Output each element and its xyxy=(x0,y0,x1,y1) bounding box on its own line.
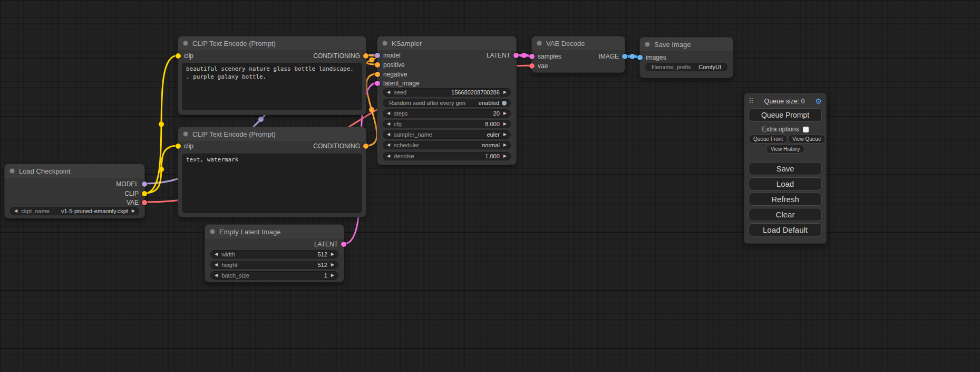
node-clip-text-encode-positive[interactable]: CLIP Text Encode (Prompt) clip CONDITION… xyxy=(178,36,366,115)
node-clip-text-encode-negative[interactable]: CLIP Text Encode (Prompt) clip CONDITION… xyxy=(178,127,366,217)
increment-arrow-icon[interactable]: ▶ xyxy=(503,111,507,116)
decrement-arrow-icon[interactable]: ◀ xyxy=(215,263,218,267)
node-title-bar[interactable]: KSampler xyxy=(377,36,516,50)
input-slot-negative[interactable]: negative xyxy=(375,70,407,79)
increment-arrow-icon[interactable]: ▶ xyxy=(503,90,507,94)
node-title-bar[interactable]: VAE Decode xyxy=(532,36,625,50)
output-slot-image[interactable]: IMAGE xyxy=(598,52,627,61)
decrement-arrow-icon[interactable]: ◀ xyxy=(14,209,17,213)
node-title-bar[interactable]: CLIP Text Encode (Prompt) xyxy=(178,36,366,50)
output-dot-latent[interactable] xyxy=(341,242,346,247)
increment-arrow-icon[interactable]: ▶ xyxy=(331,263,334,267)
widget-random-seed-toggle[interactable]: Random seed after every gen enabled xyxy=(383,99,511,107)
input-dot-model[interactable] xyxy=(375,53,380,58)
input-slot-samples[interactable]: samples xyxy=(529,52,561,61)
prompt-textarea[interactable]: beautiful scenery nature glass bottle la… xyxy=(182,63,362,110)
widget-scheduler[interactable]: ◀ scheduler normal ▶ xyxy=(383,141,511,149)
input-dot-images[interactable] xyxy=(637,55,643,60)
decrement-arrow-icon[interactable]: ◀ xyxy=(387,132,390,137)
input-slot-clip[interactable]: clip xyxy=(176,52,193,60)
widget-width[interactable]: ◀ width 512 ▶ xyxy=(210,250,338,259)
node-title-bar[interactable]: Save Image xyxy=(640,37,733,51)
widget-sampler-name[interactable]: ◀ sampler_name euler ▶ xyxy=(383,130,511,139)
node-load-checkpoint[interactable]: Load Checkpoint MODEL CLIP VAE ◀ ckpt_na… xyxy=(4,164,145,218)
node-empty-latent-image[interactable]: Empty Latent Image LATENT ◀ width 512 ▶ … xyxy=(205,224,344,282)
view-history-button[interactable]: View History xyxy=(766,145,804,154)
output-slot-vae[interactable]: VAE xyxy=(127,198,147,207)
node-title-bar[interactable]: CLIP Text Encode (Prompt) xyxy=(178,127,366,141)
increment-arrow-icon[interactable]: ▶ xyxy=(331,273,334,278)
clear-button[interactable]: Clear xyxy=(749,208,822,221)
node-vae-decode[interactable]: VAE Decode samples vae IMAGE xyxy=(531,36,625,73)
output-dot-vae[interactable] xyxy=(142,200,147,205)
decrement-arrow-icon[interactable]: ◀ xyxy=(387,90,390,94)
collapse-dot-icon[interactable] xyxy=(210,229,215,234)
output-slot-latent[interactable]: LATENT xyxy=(314,240,346,249)
widget-filename-prefix[interactable]: filename_prefix ComfyUI xyxy=(645,63,727,71)
node-ksampler[interactable]: KSampler model positive negative latent_… xyxy=(377,36,517,165)
increment-arrow-icon[interactable]: ▶ xyxy=(132,209,135,213)
output-slot-model[interactable]: MODEL xyxy=(116,180,147,188)
widget-denoise[interactable]: ◀ denoise 1.000 ▶ xyxy=(383,152,511,160)
gear-icon[interactable]: ⚙ xyxy=(815,98,822,105)
input-slot-clip[interactable]: clip xyxy=(176,142,193,150)
increment-arrow-icon[interactable]: ▶ xyxy=(331,252,334,256)
decrement-arrow-icon[interactable]: ◀ xyxy=(387,111,390,116)
prompt-textarea[interactable]: text, watermark xyxy=(182,154,362,213)
output-dot-latent[interactable] xyxy=(513,53,519,58)
input-slot-latent-image[interactable]: latent_image xyxy=(375,79,420,88)
load-default-button[interactable]: Load Default xyxy=(749,223,822,236)
input-slot-model[interactable]: model xyxy=(375,51,401,60)
increment-arrow-icon[interactable]: ▶ xyxy=(503,122,507,126)
input-dot-positive[interactable] xyxy=(375,62,380,68)
input-dot-vae[interactable] xyxy=(529,63,535,69)
node-title-bar[interactable]: Empty Latent Image xyxy=(205,225,344,239)
input-slot-images[interactable]: images xyxy=(637,53,666,62)
queue-prompt-button[interactable]: Queue Prompt xyxy=(749,108,822,122)
output-dot-image[interactable] xyxy=(622,54,627,59)
collapse-dot-icon[interactable] xyxy=(537,41,542,46)
widget-ckpt-name[interactable]: ◀ ckpt_name v1-5-pruned-emaonly.ckpt ▶ xyxy=(10,207,139,215)
output-slot-conditioning[interactable]: CONDITIONING xyxy=(313,52,368,60)
queue-front-button[interactable]: Queue Front xyxy=(749,135,788,144)
output-slot-conditioning[interactable]: CONDITIONING xyxy=(313,142,368,150)
collapse-dot-icon[interactable] xyxy=(9,168,15,174)
widget-steps[interactable]: ◀ steps 20 ▶ xyxy=(383,109,511,118)
decrement-arrow-icon[interactable]: ◀ xyxy=(215,252,218,256)
node-title-bar[interactable]: Load Checkpoint xyxy=(5,164,144,178)
output-dot-clip[interactable] xyxy=(142,191,147,196)
increment-arrow-icon[interactable]: ▶ xyxy=(503,154,507,158)
decrement-arrow-icon[interactable]: ◀ xyxy=(387,143,390,147)
view-queue-button[interactable]: View Queue xyxy=(788,135,826,144)
output-dot-conditioning[interactable] xyxy=(363,144,368,149)
save-button[interactable]: Save xyxy=(749,162,822,175)
toggle-dot-icon[interactable] xyxy=(502,101,507,106)
refresh-button[interactable]: Refresh xyxy=(749,193,822,206)
collapse-dot-icon[interactable] xyxy=(183,131,188,137)
output-dot-conditioning[interactable] xyxy=(363,53,368,59)
widget-seed[interactable]: ◀ seed 156680208700286 ▶ xyxy=(383,88,511,97)
output-dot-model[interactable] xyxy=(142,182,147,187)
output-slot-latent[interactable]: LATENT xyxy=(487,51,519,60)
input-slot-vae[interactable]: vae xyxy=(529,62,548,70)
input-dot-negative[interactable] xyxy=(375,72,380,77)
decrement-arrow-icon[interactable]: ◀ xyxy=(387,154,390,158)
input-slot-positive[interactable]: positive xyxy=(375,61,405,69)
widget-cfg[interactable]: ◀ cfg 8.000 ▶ xyxy=(383,120,511,128)
input-dot-latent-image[interactable] xyxy=(375,81,380,86)
node-save-image[interactable]: Save Image images filename_prefix ComfyU… xyxy=(639,37,733,78)
collapse-dot-icon[interactable] xyxy=(183,41,188,46)
load-button[interactable]: Load xyxy=(749,177,822,190)
collapse-dot-icon[interactable] xyxy=(645,42,650,47)
decrement-arrow-icon[interactable]: ◀ xyxy=(215,273,218,278)
widget-height[interactable]: ◀ height 512 ▶ xyxy=(210,261,338,269)
increment-arrow-icon[interactable]: ▶ xyxy=(503,132,507,137)
increment-arrow-icon[interactable]: ▶ xyxy=(503,143,507,147)
node-graph-canvas[interactable]: Load Checkpoint MODEL CLIP VAE ◀ ckpt_na… xyxy=(0,0,980,372)
input-dot-clip[interactable] xyxy=(176,53,181,59)
decrement-arrow-icon[interactable]: ◀ xyxy=(387,122,390,126)
input-dot-clip[interactable] xyxy=(176,144,181,149)
extra-options-checkbox[interactable] xyxy=(803,127,809,132)
widget-batch-size[interactable]: ◀ batch_size 1 ▶ xyxy=(210,271,338,280)
collapse-dot-icon[interactable] xyxy=(382,41,387,46)
